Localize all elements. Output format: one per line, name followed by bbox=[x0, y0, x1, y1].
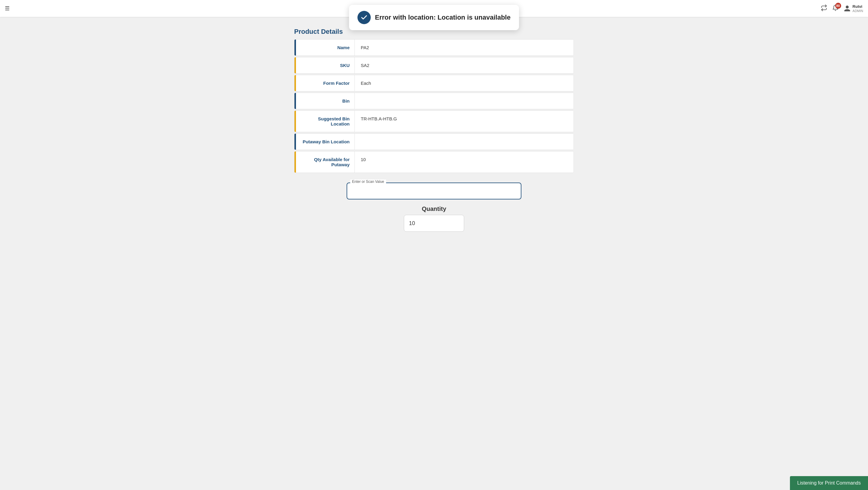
nav-left: ☰ bbox=[5, 5, 10, 12]
field-value-sku: SA2 bbox=[355, 57, 574, 73]
field-value-bin bbox=[355, 93, 574, 109]
toast-check-icon bbox=[358, 11, 371, 24]
table-row: SKUSA2 bbox=[294, 57, 574, 74]
notification-badge: 80 bbox=[835, 3, 841, 9]
quantity-section: Quantity bbox=[404, 205, 464, 232]
field-label-suggested-bin-location: Suggested Bin Location bbox=[294, 111, 355, 132]
transfer-icon[interactable] bbox=[821, 4, 827, 13]
product-details-table: NamePA2SKUSA2Form FactorEachBinSuggested… bbox=[294, 39, 574, 173]
quantity-label: Quantity bbox=[422, 205, 446, 212]
user-info: Rutvi ADMIN bbox=[852, 4, 863, 13]
user-name: Rutvi bbox=[852, 4, 863, 9]
table-row: Qty Available for Putaway10 bbox=[294, 151, 574, 173]
footer-status-bar: Listening for Print Commands bbox=[790, 476, 868, 490]
field-value-name: PA2 bbox=[355, 39, 574, 56]
toast-notification: Error with location: Location is unavail… bbox=[349, 5, 519, 30]
scan-input[interactable] bbox=[347, 182, 521, 199]
field-label-putaway-bin-location: Putaway Bin Location bbox=[294, 134, 355, 150]
nav-right: 80 Rutvi ADMIN bbox=[821, 4, 863, 13]
table-row: NamePA2 bbox=[294, 39, 574, 56]
quantity-input[interactable] bbox=[404, 215, 464, 232]
scan-input-label: Enter or Scan Value bbox=[350, 179, 386, 184]
toast-message: Error with location: Location is unavail… bbox=[375, 13, 510, 22]
field-value-putaway-bin-location bbox=[355, 134, 574, 150]
user-menu[interactable]: Rutvi ADMIN bbox=[844, 4, 863, 13]
notification-button[interactable]: 80 bbox=[832, 4, 839, 12]
field-label-form-factor: Form Factor bbox=[294, 75, 355, 91]
user-icon bbox=[844, 5, 851, 12]
scan-section: Enter or Scan Value Quantity bbox=[294, 182, 574, 232]
table-row: Bin bbox=[294, 93, 574, 109]
scan-input-wrapper: Enter or Scan Value bbox=[347, 182, 521, 199]
user-role: ADMIN bbox=[852, 9, 863, 13]
table-row: Form FactorEach bbox=[294, 75, 574, 91]
field-label-qty-available-for-putaway: Qty Available for Putaway bbox=[294, 151, 355, 173]
hamburger-icon[interactable]: ☰ bbox=[5, 5, 10, 12]
table-row: Putaway Bin Location bbox=[294, 133, 574, 150]
field-value-form-factor: Each bbox=[355, 75, 574, 91]
field-label-sku: SKU bbox=[294, 57, 355, 73]
main-content: Product Details NamePA2SKUSA2Form Factor… bbox=[289, 0, 579, 256]
table-row: Suggested Bin LocationTR-HTB.A-HTB.G bbox=[294, 110, 574, 132]
field-label-name: Name bbox=[294, 39, 355, 56]
field-value-suggested-bin-location: TR-HTB.A-HTB.G bbox=[355, 111, 574, 132]
field-value-qty-available-for-putaway: 10 bbox=[355, 151, 574, 173]
field-label-bin: Bin bbox=[294, 93, 355, 109]
